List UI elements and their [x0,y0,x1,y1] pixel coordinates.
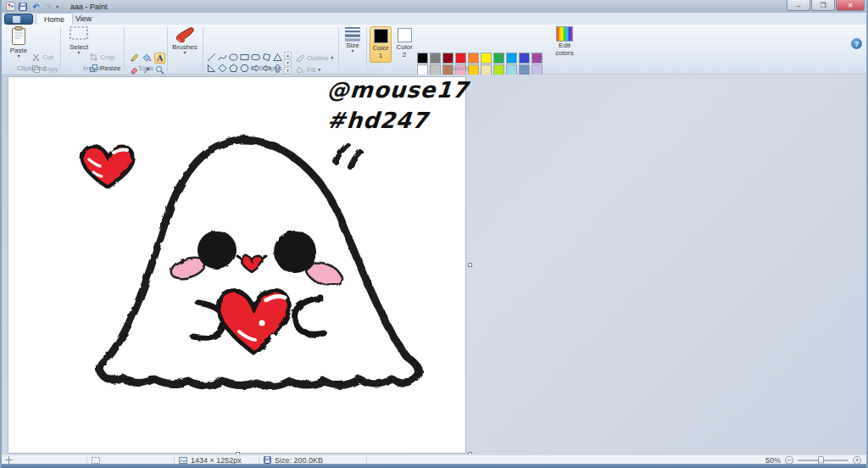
palette-swatch[interactable] [455,53,466,64]
redo-icon[interactable]: ↷ [43,2,53,11]
shapes-scroll-up-icon[interactable]: ▲ [284,52,292,58]
paint-window: ↶ ↷ ▾ aaa - Paint – ❐ ✕ ▾ Home View Past… [0,0,868,468]
quick-access-toolbar: ↶ ↷ ▾ [2,2,58,11]
shape-rounded-rectangle-icon[interactable] [250,52,260,62]
window-bottom-border [2,464,866,468]
crosshair-icon [5,456,13,464]
paste-caret-icon: ▾ [17,54,19,58]
palette-swatch[interactable] [417,53,428,64]
selection-icon [92,457,100,464]
outline-caret-icon: ▾ [331,56,333,59]
zoom-in-button[interactable]: + [853,456,861,465]
crop-button[interactable]: Crop [90,52,114,62]
crop-icon [90,53,97,61]
paste-icon [10,26,27,47]
clipboard-group-label: Clipboard [3,64,59,72]
brushes-caret-icon: ▾ [183,51,186,54]
shape-curve-icon[interactable] [217,52,227,62]
palette-swatch[interactable] [442,53,453,64]
fill-bucket-icon [142,53,152,63]
cut-icon [32,53,40,61]
pencil-tool-button[interactable] [129,53,140,64]
group-divider [167,27,168,71]
ribbon-tab-row: ▾ Home View [2,13,866,25]
fill-tool-button[interactable] [142,53,153,64]
window-title: aaa - Paint [70,3,108,11]
paint-menu-icon [13,16,20,23]
ghost-drawing [8,77,467,453]
colors-group-label: Colors [370,64,548,72]
group-divider [366,27,367,71]
outline-icon [296,54,304,62]
cut-button[interactable]: Cut [32,52,53,62]
tools-group-label: Tools [125,64,167,72]
shape-triangle-icon[interactable] [272,52,282,62]
zoom-level: 50% [765,456,781,465]
close-button[interactable]: ✕ [836,0,865,11]
palette-swatch[interactable] [493,53,504,64]
minimize-button[interactable]: – [787,0,810,11]
paint-app-icon[interactable] [5,2,15,11]
shape-polygon-icon[interactable] [261,52,271,62]
save-icon[interactable] [18,2,28,11]
palette-swatch[interactable] [531,53,542,64]
disk-icon [264,456,271,464]
shape-line-icon[interactable] [206,52,216,62]
palette-swatch[interactable] [481,53,492,64]
palette-swatch[interactable] [430,53,441,64]
color2-swatch [398,28,412,42]
brush-icon [175,26,195,43]
window-controls: – ❐ ✕ [786,0,865,11]
outline-button[interactable]: Outline ▾ [296,53,333,63]
shapes-group-label: Shapes [203,64,337,72]
workspace: @mouse17 #hd247 [2,75,866,454]
brushes-button[interactable]: Brushes ▾ [170,26,199,63]
edit-colors-icon [556,26,573,42]
palette-swatch[interactable] [506,53,517,64]
zoom-slider-thumb[interactable] [818,456,824,465]
palette-swatch[interactable] [468,53,479,64]
shape-oval-icon[interactable] [228,52,238,62]
image-group-label: Image [61,64,124,72]
status-bar: 1434 × 1252px Size: 200.0KB 50% − + [2,454,866,464]
maximize-button[interactable]: ❐ [811,0,835,11]
paste-button[interactable]: Paste ▾ [6,26,31,63]
select-caret-icon: ▾ [77,51,80,54]
tab-view[interactable]: View [68,13,99,25]
palette-swatch[interactable] [519,53,530,64]
help-icon[interactable]: ? [851,38,862,49]
color1-swatch [374,29,388,43]
ribbon: Paste ▾ Cut Copy Clipboard Select ▾ Crop… [2,25,866,75]
undo-icon[interactable]: ↶ [31,2,41,11]
select-icon [70,26,88,40]
paint-menu-caret-icon: ▾ [22,18,25,21]
size-caret-icon: ▾ [351,49,353,53]
color2-button[interactable]: Color 2 [393,26,415,63]
paint-menu-button[interactable]: ▾ [4,14,33,25]
title-bar: ↶ ↷ ▾ aaa - Paint – ❐ ✕ [2,0,866,13]
color1-button[interactable]: Color 1 [370,26,392,63]
select-button[interactable]: Select ▾ [66,26,92,63]
text-tool-icon: A [157,53,163,63]
zoom-slider[interactable] [798,460,849,461]
shape-rectangle-icon[interactable] [239,52,249,62]
canvas-resize-handle-right[interactable] [468,263,472,267]
text-tool-button[interactable]: A [154,53,165,64]
group-divider [338,27,339,71]
edit-colors-button[interactable]: Edit colors [551,26,578,63]
paint-canvas[interactable]: @mouse17 #hd247 [8,76,466,454]
qat-dropdown-icon[interactable]: ▾ [56,5,58,8]
size-button[interactable]: Size ▾ [341,26,364,63]
pencil-icon [130,53,139,63]
zoom-out-button[interactable]: − [785,456,793,465]
image-size-icon [179,457,187,464]
size-lines-icon [344,26,361,42]
